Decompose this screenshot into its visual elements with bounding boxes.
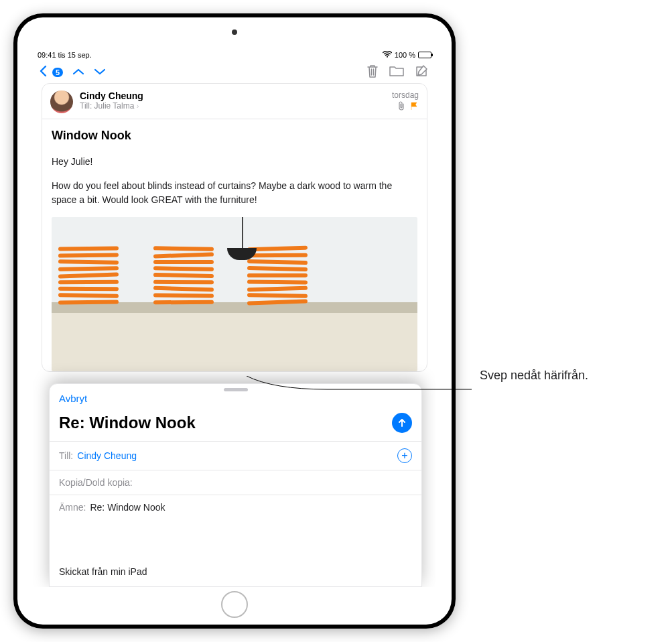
- sender-avatar[interactable]: [50, 90, 73, 113]
- battery-icon: [418, 52, 431, 58]
- wifi-icon: [383, 51, 392, 59]
- message-header: Cindy Cheung Till: Julie Talma › torsdag: [42, 84, 427, 119]
- status-right: 100 %: [383, 51, 431, 59]
- move-folder-button[interactable]: [389, 64, 405, 80]
- status-bar: 09:41 tis 15 sep. 100 %: [33, 48, 435, 60]
- subject-field-value[interactable]: Re: Window Nook: [90, 502, 165, 513]
- message-card: Cindy Cheung Till: Julie Talma › torsdag: [42, 83, 427, 372]
- message-date: torsdag: [392, 90, 419, 100]
- svg-point-0: [387, 56, 388, 58]
- cc-field-label: Kopia/Dold kopia:: [59, 477, 133, 488]
- markup-blind-2: [153, 247, 214, 314]
- message-body: Window Nook Hey Julie! How do you feel a…: [42, 119, 427, 206]
- message-greeting: Hey Julie!: [52, 155, 417, 168]
- message-inline-image[interactable]: [52, 217, 417, 371]
- message-subject: Window Nook: [52, 129, 417, 143]
- to-label: Till:: [80, 101, 92, 111]
- home-button[interactable]: [221, 591, 248, 618]
- subject-field-label: Ämne:: [59, 502, 86, 513]
- message-body-text: How do you feel about blinds instead of …: [52, 179, 417, 206]
- flag-icon: [409, 101, 419, 113]
- sender-name[interactable]: Cindy Cheung: [80, 90, 385, 101]
- compose-body-textarea[interactable]: Skickat från min iPad: [50, 519, 421, 586]
- compose-button[interactable]: [414, 64, 429, 81]
- email-signature: Skickat från min iPad: [59, 546, 412, 577]
- to-field-value[interactable]: Cindy Cheung: [77, 450, 137, 461]
- callout-text: Svep nedåt härifrån.: [480, 369, 588, 383]
- prev-message-button[interactable]: [72, 66, 84, 78]
- ipad-device-frame: 09:41 tis 15 sep. 100 % 5: [13, 13, 456, 629]
- attachment-icon: [397, 101, 405, 113]
- compose-to-row[interactable]: Till: Cindy Cheung +: [50, 441, 421, 470]
- send-button[interactable]: [392, 413, 412, 433]
- front-camera: [232, 29, 237, 35]
- status-time-date: 09:41 tis 15 sep.: [38, 51, 92, 59]
- markup-blind-1: [58, 247, 119, 314]
- next-message-button[interactable]: [94, 66, 106, 78]
- compose-subject-row[interactable]: Ämne: Re: Window Nook: [50, 495, 421, 519]
- ipad-device-inner: 09:41 tis 15 sep. 100 % 5: [17, 17, 452, 625]
- cancel-button[interactable]: Avbryt: [59, 393, 87, 404]
- compose-cc-row[interactable]: Kopia/Dold kopia:: [50, 470, 421, 495]
- trash-button[interactable]: [366, 64, 379, 81]
- unread-badge: 5: [52, 68, 63, 77]
- to-line[interactable]: Till: Julie Talma ›: [80, 101, 385, 111]
- to-recipient[interactable]: Julie Talma: [94, 101, 135, 111]
- compose-title: Re: Window Nook: [59, 413, 196, 432]
- markup-blind-3: [247, 247, 308, 314]
- to-field-label: Till:: [59, 450, 73, 461]
- battery-percent: 100 %: [395, 51, 415, 59]
- lamp-cord: [242, 217, 243, 249]
- chevron-right-icon: ›: [137, 102, 139, 110]
- mail-nav-toolbar: 5: [33, 60, 435, 83]
- compose-sheet: Avbryt Re: Window Nook Till: Cindy Cheun…: [49, 383, 422, 587]
- back-button[interactable]: [39, 65, 47, 80]
- screen: 09:41 tis 15 sep. 100 % 5: [33, 48, 435, 587]
- add-contact-button[interactable]: +: [397, 448, 412, 463]
